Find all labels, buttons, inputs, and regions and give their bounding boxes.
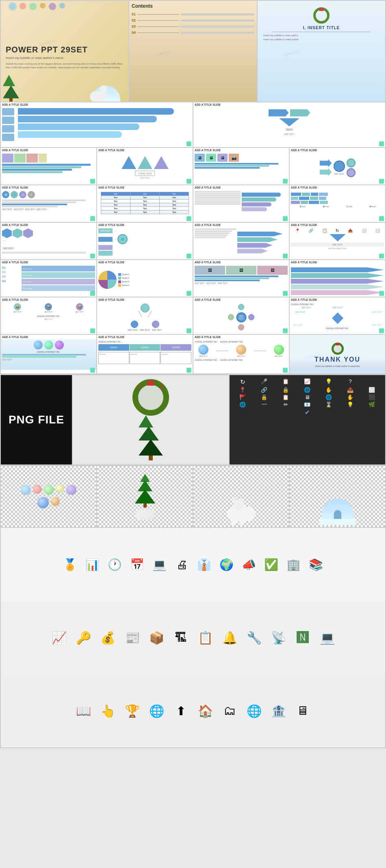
gift-r6c1 xyxy=(90,291,95,296)
slide-photo-grid[interactable]: ADD A TITLE SLIDE 🖼 🖼 🖼 ADD TEXT ADD TEX… xyxy=(193,260,289,297)
slide-icon-bar[interactable]: ADD A TITLE SLIDE 📍 🔗 📋 ↻ 📤 ⬜ ⬜ ADD TEXT xyxy=(290,223,385,259)
insert-title-slide[interactable]: I, INSERT TITLE Insert my subtitle or ma… xyxy=(258,1,385,102)
icon-calendar: 📅 xyxy=(128,558,146,571)
slide-arrows-colored[interactable]: ADD A TITLE SLIDE xyxy=(290,260,385,297)
slide-sphere-icons[interactable]: ADD A TITLE SLIDE ASADAL INTERNET INC. A… xyxy=(1,335,96,373)
content-item-3: 03 xyxy=(132,24,254,28)
gift-r7c4 xyxy=(379,328,384,333)
gift-r6c4 xyxy=(379,291,384,296)
label-r4c2: ADD A TITLE SLIDE xyxy=(97,185,193,190)
gift-r3c2 xyxy=(186,179,191,184)
slide-numbered-steps[interactable]: ADD A TITLE SLIDE 01 02 03 04 Title text… xyxy=(1,260,96,297)
slide-node-diagram[interactable]: ADD A TITLE SLIDE ASADAL INTERNET INC. A… xyxy=(193,335,289,373)
png-icons-grid: ↻ 🎤 📋 📈 💡 ? 📍 🔗 🔒 🌐 ✋ 📤 ⬜ 🚩 🔒 📋 🖥 🌐 xyxy=(230,375,386,464)
watermark-contents: asadal.com xyxy=(154,49,171,57)
icon-printer: 🖨 xyxy=(173,558,191,571)
slide-3-label: ADD A TITLE SLIDE xyxy=(193,102,385,107)
label-r5c1: ADD A TITLE SLIDE xyxy=(1,223,96,227)
slide-hexagons[interactable]: ADD A TITLE SLIDE → ADD TEXT xyxy=(1,223,96,259)
png-label-cell: PNG FILE xyxy=(1,375,72,464)
label-r4c3: ADD A TITLE SLIDE xyxy=(193,185,289,190)
slide-network-lg[interactable]: ADD A TITLE SLIDE ADD TEXT ADD TEXT ADD … xyxy=(97,297,193,334)
slide-cycle[interactable]: ADD A TITLE SLIDE ADD TEXT xyxy=(193,297,289,334)
label-r7c1: ADD A TITLE SLIDE xyxy=(1,297,96,302)
label-r3c2: ADD A TITLE SLIDE xyxy=(97,148,193,152)
icon-megaphone: 📣 xyxy=(240,558,258,571)
gift-r3c3 xyxy=(283,179,288,184)
icon-books: 📚 xyxy=(307,558,325,571)
gift-r3c4 xyxy=(379,179,384,184)
gift-r5c2 xyxy=(186,254,191,258)
contents-slide[interactable]: Contents 01 02 03 xyxy=(129,1,257,102)
label-r3c4: ADD A TITLE SLIDE xyxy=(290,148,385,152)
bottom-icons-row3: 📖 👆 🏆 🌐 ⬆ 🏠 🗂 🌐 🏦 🖥 xyxy=(1,674,385,747)
png-label: PNG FILE xyxy=(9,413,64,426)
slide-triangles[interactable]: ADD A TITLE SLIDE ⬡ ADD TEXT ADD TEXT xyxy=(97,148,193,184)
bottom-icons-section: 🏅 📊 🕐 📅 💻 🖨 👔 🌍 xyxy=(1,528,385,601)
gift-r7c1 xyxy=(90,328,95,333)
gift-r7c3 xyxy=(283,328,288,333)
slide-icon-circles[interactable]: ADD A TITLE SLIDE ⚙ 🔗 ⚠ ? ADD TEXT ADD T… xyxy=(1,185,96,222)
label-r5c4: ADD A TITLE SLIDE xyxy=(290,223,385,227)
gift-r3c1 xyxy=(90,179,95,184)
slide-photos-bars[interactable]: ADD A TITLE SLIDE xyxy=(1,148,96,184)
gift-decoration-2 xyxy=(379,141,384,146)
gift-r4c3 xyxy=(283,216,288,221)
slide-2-label: ADD A TITLE SLIDE xyxy=(1,102,193,107)
slide-computer-icons[interactable]: ADD A TITLE SLIDE 🖥 🖥 🖥 📷 xyxy=(193,148,289,184)
icon-checklist: ✅ xyxy=(262,558,280,571)
content-item-1: 01 xyxy=(132,12,254,16)
page-wrapper: POWER PPT 29SET Insert my subtitle or ma… xyxy=(0,0,386,748)
christmas-tree xyxy=(97,466,193,527)
insert-desc: Insert my subtitle or main author Insert… xyxy=(260,34,383,41)
gift-r8c2 xyxy=(186,368,191,373)
gift-r6c3 xyxy=(283,291,288,296)
slide-network-sm[interactable]: ADD A TITLE SLIDE 📦 ADD TEXT 📦 ADD TEXT … xyxy=(1,297,96,334)
bottom-icons-row2: 📈 🔑 💰 📰 📦 🏗 📋 🔔 xyxy=(1,601,385,674)
gift-r4c2 xyxy=(186,216,191,221)
thank-you-title: THANK YOU xyxy=(314,356,360,363)
label-r4c4: ADD A TITLE SLIDE xyxy=(290,185,385,190)
insert-title-text: I, INSERT TITLE xyxy=(260,26,383,30)
label-r8c1: ADD A TITLE SLIDE xyxy=(1,335,96,339)
icon-building: 🏢 xyxy=(284,558,303,571)
icon-laptop: 💻 xyxy=(150,558,169,571)
contents-title: Contents xyxy=(132,3,254,9)
slide-arrow-list[interactable]: ADD A TITLE SLIDE xyxy=(1,102,193,147)
slide-circle-arrows[interactable]: ADD A TITLE SLIDE ADD TEXT xyxy=(290,148,385,184)
slide-star[interactable]: ADD A TITLE SLIDE ASADAL INTERNET INC. A… xyxy=(290,297,385,334)
slide-step-banner[interactable]: ADD A TITLE SLIDE ASADAL INTERNET INC. S… xyxy=(97,335,193,373)
hero-description: Asadal has been running one of the bigge… xyxy=(6,62,124,69)
slide-arrow-right[interactable]: ADD A TITLE SLIDE TEXT ADD TEXT xyxy=(193,102,385,147)
igloo xyxy=(290,466,385,527)
label-r3c1: ADD A TITLE SLIDE xyxy=(1,148,96,152)
label-r4c1: ADD A TITLE SLIDE xyxy=(1,185,96,190)
slide-flow[interactable]: ADD A TITLE SLIDE INTERNET → → 🌐 xyxy=(97,223,193,259)
slide-text-arrow[interactable]: ADD A TITLE SLIDE xyxy=(193,185,289,222)
icon-graph: 📊 xyxy=(83,558,102,571)
gift-r8c1 xyxy=(90,368,95,373)
slide-timeline[interactable]: ADD A TITLE SLIDE xyxy=(290,185,385,222)
label-r6c1: ADD A TITLE SLIDE xyxy=(1,260,96,265)
label-r6c4: ADD A TITLE SLIDE xyxy=(290,260,385,265)
hero-title: POWER PPT 29SET xyxy=(6,45,124,54)
hero-slide[interactable]: POWER PPT 29SET Insert my subtitle or ma… xyxy=(1,1,128,102)
label-r6c2: ADD A TITLE SLIDE xyxy=(97,260,193,265)
slide-text-arrows-right[interactable]: ADD A TITLE SLIDE xyxy=(193,223,289,259)
label-r3c3: ADD A TITLE SLIDE xyxy=(193,148,289,152)
label-r5c2: ADD A TITLE SLIDE xyxy=(97,223,193,227)
thank-you-slide[interactable]: THANK YOU Insert my subtitle or make aut… xyxy=(290,335,385,373)
png-decorations xyxy=(73,375,229,464)
gift-r5c4 xyxy=(379,254,384,258)
watermark-insert: asadal.com xyxy=(283,49,300,57)
slide-pie[interactable]: ADD A TITLE SLIDE Series 1 Series 2 Seri… xyxy=(97,260,193,297)
gift-decoration xyxy=(186,141,191,146)
slide-grid-table[interactable]: ADD A TITLE SLIDE TitleTitleTitle TextTe… xyxy=(97,185,193,222)
icon-globe: 🌍 xyxy=(217,558,236,571)
icon-clock: 🕐 xyxy=(106,558,124,571)
gift-r4c4 xyxy=(379,216,384,221)
icon-people: 👔 xyxy=(195,558,213,571)
label-r8c2: ADD A TITLE SLIDE xyxy=(97,335,193,339)
label-r7c3: ADD A TITLE SLIDE xyxy=(193,297,289,302)
label-r6c3: ADD A TITLE SLIDE xyxy=(193,260,289,265)
